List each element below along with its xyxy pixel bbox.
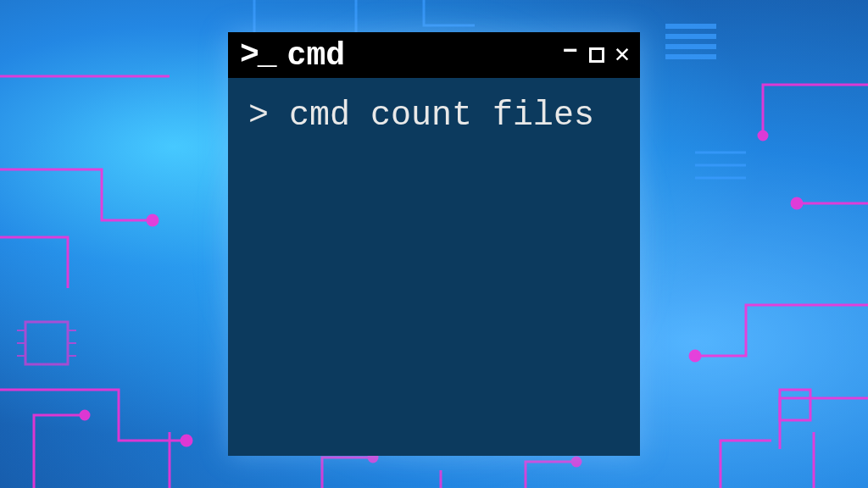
svg-point-10 — [759, 131, 767, 140]
svg-point-2 — [81, 411, 89, 419]
prompt-icon: >_ — [240, 39, 275, 71]
titlebar[interactable]: >_ cmd – ✕ — [228, 32, 640, 78]
svg-rect-3 — [665, 24, 716, 29]
svg-point-9 — [690, 351, 700, 361]
svg-point-1 — [181, 435, 192, 446]
terminal-body[interactable]: > cmd count files — [228, 78, 640, 456]
prompt-symbol: > — [248, 97, 269, 135]
svg-rect-5 — [665, 44, 716, 49]
close-icon[interactable]: ✕ — [615, 42, 630, 68]
terminal-window: >_ cmd – ✕ > cmd count files — [228, 32, 640, 456]
minimize-icon[interactable]: – — [562, 43, 579, 58]
svg-rect-6 — [665, 54, 716, 59]
window-title: cmd — [287, 37, 345, 74]
svg-rect-4 — [665, 34, 716, 39]
command-text: cmd count files — [289, 97, 594, 135]
maximize-icon[interactable] — [589, 47, 604, 63]
window-controls: – ✕ — [562, 42, 630, 68]
command-line: > cmd count files — [248, 95, 620, 137]
svg-point-8 — [792, 198, 802, 208]
svg-point-0 — [147, 215, 158, 225]
svg-rect-7 — [780, 390, 810, 420]
svg-rect-13 — [25, 322, 68, 364]
